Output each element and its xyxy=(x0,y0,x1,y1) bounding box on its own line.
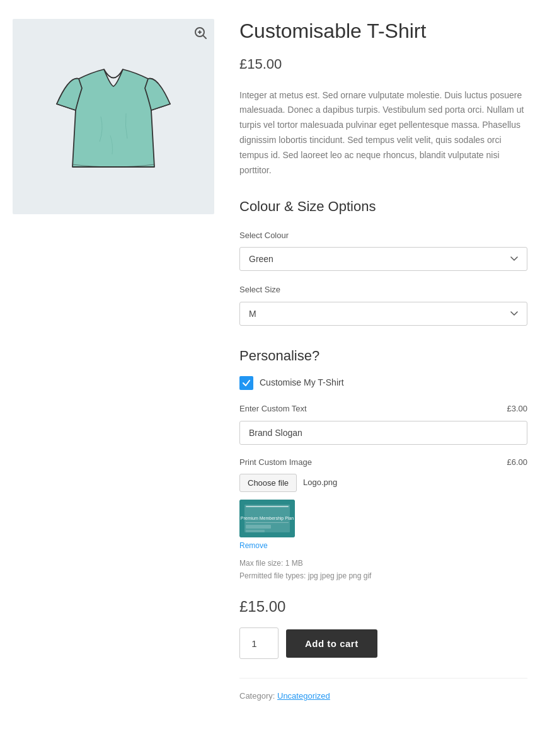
product-image-container xyxy=(13,19,214,214)
colour-label: Select Colour xyxy=(239,229,527,243)
svg-line-1 xyxy=(204,36,206,38)
image-upload-label: Print Custom Image xyxy=(239,456,312,469)
max-file-size: Max file size: 1 MB xyxy=(239,558,527,570)
page-wrapper: Customisable T-Shirt £15.00 Integer at m… xyxy=(0,0,540,722)
custom-text-header: Enter Custom Text £3.00 xyxy=(239,403,527,416)
options-section: Colour & Size Options Select Colour Gree… xyxy=(239,195,527,338)
category-label: Category: xyxy=(239,691,275,701)
custom-text-input[interactable] xyxy=(239,421,527,445)
cart-row: Add to cart xyxy=(239,627,527,659)
customise-checkbox[interactable] xyxy=(239,376,253,390)
colour-select[interactable]: Green Blue Red White Black xyxy=(239,247,527,271)
zoom-icon[interactable] xyxy=(193,25,208,40)
customise-checkbox-row: Customise My T-Shirt xyxy=(239,375,527,389)
filename-text: Logo.png xyxy=(303,476,337,490)
size-select[interactable]: XS S M L XL XXL xyxy=(239,302,527,326)
file-upload-row: Choose file Logo.png xyxy=(239,474,527,492)
custom-text-field-row: Enter Custom Text £3.00 xyxy=(239,403,527,445)
size-label: Select Size xyxy=(239,284,527,297)
personalise-title: Personalise? xyxy=(239,345,527,367)
options-section-title: Colour & Size Options xyxy=(239,195,527,217)
permitted-types: Permitted file types: jpg jpeg jpe png g… xyxy=(239,570,527,582)
image-upload-header: Print Custom Image £6.00 xyxy=(239,456,527,469)
product-image-col xyxy=(13,19,214,214)
personalise-section: Personalise? Customise My T-Shirt Enter … xyxy=(239,345,527,582)
product-title: Customisable T-Shirt xyxy=(239,19,527,43)
tshirt-image xyxy=(44,41,183,192)
product-info-col: Customisable T-Shirt £15.00 Integer at m… xyxy=(239,19,527,703)
svg-rect-6 xyxy=(246,506,289,507)
product-price-main: £15.00 xyxy=(239,53,527,75)
svg-rect-10 xyxy=(246,530,265,532)
category-link[interactable]: Uncategorized xyxy=(277,691,330,701)
image-upload-price: £6.00 xyxy=(507,456,527,469)
file-info: Max file size: 1 MB Permitted file types… xyxy=(239,558,527,581)
svg-text:Premium Membership Plan: Premium Membership Plan xyxy=(241,516,294,521)
image-preview: Premium Membership Plan xyxy=(239,500,295,537)
image-upload-section: Print Custom Image £6.00 Choose file Log… xyxy=(239,456,527,582)
customise-checkbox-label: Customise My T-Shirt xyxy=(260,375,344,389)
image-preview-container: Premium Membership Plan Remove xyxy=(239,500,295,552)
price-total: £15.00 xyxy=(239,595,527,619)
product-layout: Customisable T-Shirt £15.00 Integer at m… xyxy=(13,19,527,703)
remove-image-link[interactable]: Remove xyxy=(239,540,295,552)
product-description: Integer at metus est. Sed ornare vulputa… xyxy=(239,88,527,178)
choose-file-button[interactable]: Choose file xyxy=(239,474,297,492)
custom-text-price: £3.00 xyxy=(507,403,527,416)
custom-text-label: Enter Custom Text xyxy=(239,403,307,416)
quantity-input[interactable] xyxy=(239,627,279,659)
svg-rect-9 xyxy=(246,525,271,529)
category-row: Category: Uncategorized xyxy=(239,678,527,703)
svg-rect-8 xyxy=(246,522,289,523)
add-to-cart-button[interactable]: Add to cart xyxy=(286,629,377,658)
